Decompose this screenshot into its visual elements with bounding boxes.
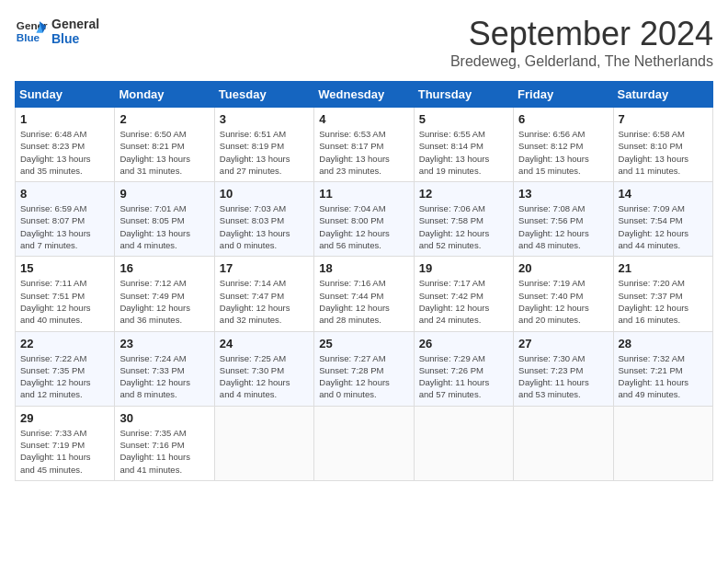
calendar-cell: 5Sunrise: 6:55 AM Sunset: 8:14 PM Daylig…	[414, 108, 513, 182]
calendar-cell: 20Sunrise: 7:19 AM Sunset: 7:40 PM Dayli…	[514, 257, 613, 331]
calendar-cell: 17Sunrise: 7:14 AM Sunset: 7:47 PM Dayli…	[214, 257, 313, 331]
calendar-cell: 19Sunrise: 7:17 AM Sunset: 7:42 PM Dayli…	[414, 257, 513, 331]
calendar-cell: 27Sunrise: 7:30 AM Sunset: 7:23 PM Dayli…	[514, 331, 613, 406]
calendar-cell: 26Sunrise: 7:29 AM Sunset: 7:26 PM Dayli…	[414, 331, 513, 406]
calendar-week-1: 1Sunrise: 6:48 AM Sunset: 8:23 PM Daylig…	[16, 108, 713, 182]
logo-general: General	[51, 17, 99, 31]
day-info: Sunrise: 6:59 AM Sunset: 8:07 PM Dayligh…	[20, 202, 109, 251]
day-number: 28	[619, 337, 708, 350]
calendar-cell: 29Sunrise: 7:33 AM Sunset: 7:19 PM Dayli…	[16, 406, 115, 480]
calendar-cell: 16Sunrise: 7:12 AM Sunset: 7:49 PM Dayli…	[115, 257, 214, 331]
day-info: Sunrise: 7:01 AM Sunset: 8:05 PM Dayligh…	[119, 202, 209, 251]
calendar-cell	[214, 406, 313, 480]
weekday-header-tuesday: Tuesday	[214, 82, 313, 108]
day-info: Sunrise: 7:29 AM Sunset: 7:26 PM Dayligh…	[419, 352, 508, 401]
calendar-cell: 3Sunrise: 6:51 AM Sunset: 8:19 PM Daylig…	[214, 108, 313, 182]
calendar-cell: 6Sunrise: 6:56 AM Sunset: 8:12 PM Daylig…	[514, 108, 613, 182]
day-info: Sunrise: 7:04 AM Sunset: 8:00 PM Dayligh…	[319, 202, 408, 251]
day-info: Sunrise: 6:53 AM Sunset: 8:17 PM Dayligh…	[319, 128, 408, 177]
day-info: Sunrise: 6:50 AM Sunset: 8:21 PM Dayligh…	[119, 128, 209, 177]
day-number: 29	[20, 411, 109, 425]
calendar-cell: 28Sunrise: 7:32 AM Sunset: 7:21 PM Dayli…	[613, 331, 712, 406]
day-number: 3	[220, 112, 309, 126]
calendar-cell: 30Sunrise: 7:35 AM Sunset: 7:16 PM Dayli…	[115, 406, 214, 480]
day-number: 4	[319, 112, 408, 126]
day-info: Sunrise: 7:09 AM Sunset: 7:54 PM Dayligh…	[619, 202, 708, 251]
calendar-body: 1Sunrise: 6:48 AM Sunset: 8:23 PM Daylig…	[16, 108, 713, 481]
calendar-cell: 24Sunrise: 7:25 AM Sunset: 7:30 PM Dayli…	[214, 331, 313, 406]
day-number: 10	[220, 187, 309, 201]
day-info: Sunrise: 6:51 AM Sunset: 8:19 PM Dayligh…	[220, 128, 309, 177]
day-info: Sunrise: 6:56 AM Sunset: 8:12 PM Dayligh…	[518, 128, 608, 177]
logo-blue: Blue	[51, 31, 99, 46]
day-info: Sunrise: 7:03 AM Sunset: 8:03 PM Dayligh…	[220, 202, 309, 251]
day-number: 11	[319, 187, 408, 201]
day-info: Sunrise: 6:48 AM Sunset: 8:23 PM Dayligh…	[20, 128, 109, 177]
day-info: Sunrise: 7:17 AM Sunset: 7:42 PM Dayligh…	[419, 277, 508, 326]
day-number: 20	[518, 261, 608, 275]
calendar-cell	[414, 406, 513, 480]
calendar-week-4: 22Sunrise: 7:22 AM Sunset: 7:35 PM Dayli…	[16, 331, 713, 406]
day-info: Sunrise: 7:30 AM Sunset: 7:23 PM Dayligh…	[518, 352, 608, 401]
weekday-header-thursday: Thursday	[414, 82, 513, 108]
day-info: Sunrise: 7:24 AM Sunset: 7:33 PM Dayligh…	[119, 352, 209, 401]
day-info: Sunrise: 6:55 AM Sunset: 8:14 PM Dayligh…	[419, 128, 508, 177]
day-number: 21	[619, 261, 708, 275]
day-info: Sunrise: 7:22 AM Sunset: 7:35 PM Dayligh…	[20, 352, 109, 401]
day-number: 22	[20, 337, 109, 350]
day-info: Sunrise: 7:27 AM Sunset: 7:28 PM Dayligh…	[319, 352, 408, 401]
calendar-cell: 4Sunrise: 6:53 AM Sunset: 8:17 PM Daylig…	[314, 108, 414, 182]
calendar-cell: 18Sunrise: 7:16 AM Sunset: 7:44 PM Dayli…	[314, 257, 414, 331]
calendar-cell: 9Sunrise: 7:01 AM Sunset: 8:05 PM Daylig…	[115, 182, 214, 257]
calendar-cell: 25Sunrise: 7:27 AM Sunset: 7:28 PM Dayli…	[314, 331, 414, 406]
weekday-header-saturday: Saturday	[613, 82, 712, 108]
weekday-header-sunday: Sunday	[16, 82, 115, 108]
weekday-header-monday: Monday	[115, 82, 214, 108]
day-number: 6	[518, 112, 608, 126]
calendar-cell	[314, 406, 414, 480]
day-number: 24	[220, 337, 309, 350]
day-number: 18	[319, 261, 408, 275]
day-number: 2	[119, 112, 209, 126]
day-number: 8	[20, 187, 109, 201]
day-number: 13	[518, 187, 608, 201]
calendar-cell: 22Sunrise: 7:22 AM Sunset: 7:35 PM Dayli…	[16, 331, 115, 406]
day-info: Sunrise: 7:35 AM Sunset: 7:16 PM Dayligh…	[119, 427, 209, 476]
day-info: Sunrise: 7:25 AM Sunset: 7:30 PM Dayligh…	[220, 352, 309, 401]
calendar-cell: 12Sunrise: 7:06 AM Sunset: 7:58 PM Dayli…	[414, 182, 513, 257]
calendar-cell: 15Sunrise: 7:11 AM Sunset: 7:51 PM Dayli…	[16, 257, 115, 331]
calendar-week-3: 15Sunrise: 7:11 AM Sunset: 7:51 PM Dayli…	[16, 257, 713, 331]
calendar-cell: 1Sunrise: 6:48 AM Sunset: 8:23 PM Daylig…	[16, 108, 115, 182]
weekday-header-friday: Friday	[514, 82, 613, 108]
calendar-week-5: 29Sunrise: 7:33 AM Sunset: 7:19 PM Dayli…	[16, 406, 713, 480]
day-number: 16	[119, 261, 209, 275]
calendar-cell: 23Sunrise: 7:24 AM Sunset: 7:33 PM Dayli…	[115, 331, 214, 406]
day-info: Sunrise: 7:14 AM Sunset: 7:47 PM Dayligh…	[220, 277, 309, 326]
day-info: Sunrise: 7:11 AM Sunset: 7:51 PM Dayligh…	[20, 277, 109, 326]
day-info: Sunrise: 7:19 AM Sunset: 7:40 PM Dayligh…	[518, 277, 608, 326]
day-info: Sunrise: 7:20 AM Sunset: 7:37 PM Dayligh…	[619, 277, 708, 326]
day-number: 27	[518, 337, 608, 350]
logo-icon: General Blue	[15, 15, 48, 48]
logo: General Blue General Blue	[15, 15, 99, 48]
calendar-cell: 8Sunrise: 6:59 AM Sunset: 8:07 PM Daylig…	[16, 182, 115, 257]
weekday-header-wednesday: Wednesday	[314, 82, 414, 108]
day-number: 25	[319, 337, 408, 350]
day-number: 17	[220, 261, 309, 275]
calendar-cell	[613, 406, 712, 480]
day-number: 9	[119, 187, 209, 201]
calendar-cell: 14Sunrise: 7:09 AM Sunset: 7:54 PM Dayli…	[613, 182, 712, 257]
location-subtitle: Bredeweg, Gelderland, The Netherlands	[450, 53, 713, 70]
calendar-week-2: 8Sunrise: 6:59 AM Sunset: 8:07 PM Daylig…	[16, 182, 713, 257]
calendar-table: SundayMondayTuesdayWednesdayThursdayFrid…	[15, 81, 713, 481]
day-number: 12	[419, 187, 508, 201]
day-number: 5	[419, 112, 508, 126]
day-info: Sunrise: 7:12 AM Sunset: 7:49 PM Dayligh…	[119, 277, 209, 326]
day-number: 19	[419, 261, 508, 275]
day-info: Sunrise: 7:32 AM Sunset: 7:21 PM Dayligh…	[619, 352, 708, 401]
day-number: 1	[20, 112, 109, 126]
day-number: 7	[619, 112, 708, 126]
month-title: September 2024	[450, 15, 713, 53]
day-number: 15	[20, 261, 109, 275]
day-info: Sunrise: 6:58 AM Sunset: 8:10 PM Dayligh…	[619, 128, 708, 177]
